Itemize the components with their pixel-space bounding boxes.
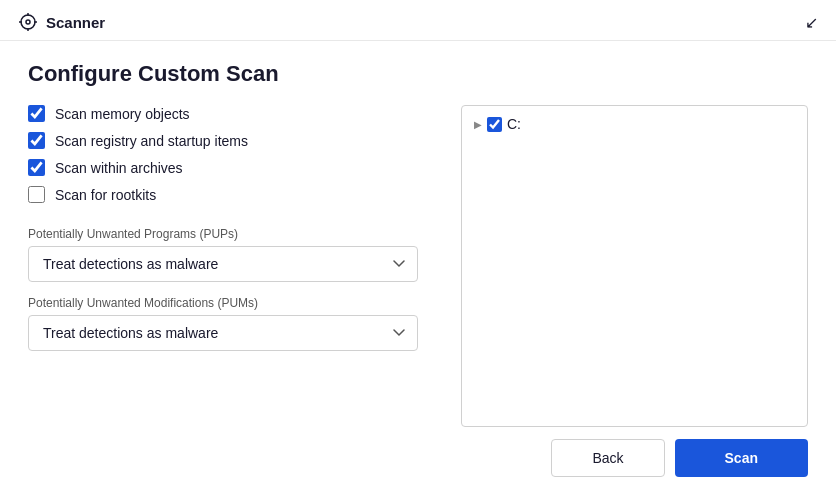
scan-rootkits-checkbox[interactable]	[28, 186, 45, 203]
svg-point-5	[26, 20, 30, 24]
scan-button[interactable]: Scan	[675, 439, 808, 477]
file-tree-panel: ▶ C:	[461, 105, 808, 427]
tree-c-label: C:	[507, 116, 521, 132]
main-area: Scan memory objects Scan registry and st…	[28, 105, 808, 427]
pups-section: Potentially Unwanted Programs (PUPs) Tre…	[28, 227, 443, 282]
left-panel: Scan memory objects Scan registry and st…	[28, 105, 443, 427]
scan-registry-label: Scan registry and startup items	[55, 133, 248, 149]
pums-label: Potentially Unwanted Modifications (PUMs…	[28, 296, 443, 310]
main-content: Configure Custom Scan Scan memory object…	[0, 41, 836, 493]
pums-dropdown[interactable]: Treat detections as malware Ignore detec…	[28, 315, 418, 351]
title-bar-left: Scanner	[18, 12, 105, 32]
scan-archives-checkbox[interactable]	[28, 159, 45, 176]
checkbox-row-4: Scan for rootkits	[28, 186, 443, 203]
scan-registry-checkbox[interactable]	[28, 132, 45, 149]
footer-buttons: Back Scan	[28, 427, 808, 477]
title-bar: Scanner ↙	[0, 0, 836, 41]
checkbox-row-1: Scan memory objects	[28, 105, 443, 122]
scan-archives-label: Scan within archives	[55, 160, 183, 176]
tree-item-c: ▶ C:	[474, 116, 795, 132]
tree-c-checkbox[interactable]	[487, 117, 502, 132]
collapse-icon[interactable]: ↙	[805, 13, 818, 32]
pups-dropdown[interactable]: Treat detections as malware Ignore detec…	[28, 246, 418, 282]
scan-rootkits-label: Scan for rootkits	[55, 187, 156, 203]
scan-memory-label: Scan memory objects	[55, 106, 190, 122]
checkbox-row-3: Scan within archives	[28, 159, 443, 176]
back-button[interactable]: Back	[551, 439, 664, 477]
scan-memory-checkbox[interactable]	[28, 105, 45, 122]
tree-arrow-icon: ▶	[474, 119, 482, 130]
scanner-icon	[18, 12, 38, 32]
checkbox-row-2: Scan registry and startup items	[28, 132, 443, 149]
page-title: Configure Custom Scan	[28, 61, 808, 87]
pups-label: Potentially Unwanted Programs (PUPs)	[28, 227, 443, 241]
pums-section: Potentially Unwanted Modifications (PUMs…	[28, 296, 443, 351]
svg-point-0	[21, 15, 35, 29]
title-bar-title: Scanner	[46, 14, 105, 31]
